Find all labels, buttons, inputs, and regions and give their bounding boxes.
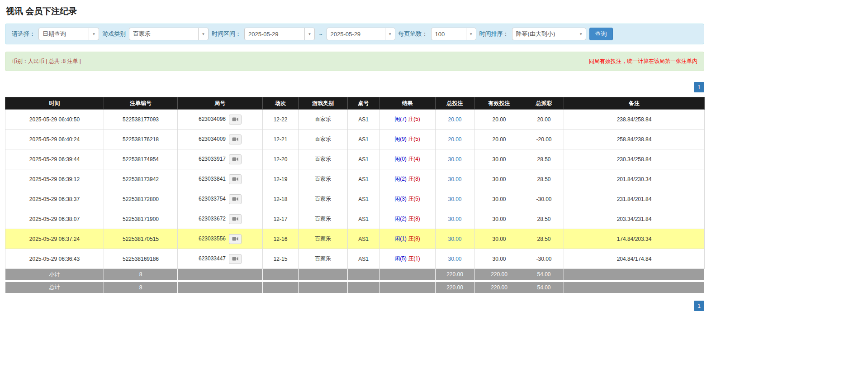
column-header: 有效投注: [474, 97, 524, 110]
video-replay-button[interactable]: [229, 174, 242, 184]
total-bet-link[interactable]: 20.00: [448, 136, 461, 143]
table-number-cell: AS1: [348, 169, 379, 189]
video-camera-icon: [232, 197, 238, 201]
payout-cell: 28.50: [524, 169, 564, 189]
valid-bet-cell: 20.00: [474, 110, 524, 129]
game-type-label: 游戏类别: [102, 30, 126, 38]
video-replay-button[interactable]: [229, 115, 242, 125]
total-bet-link[interactable]: 20.00: [448, 116, 461, 123]
date-to-select[interactable]: 2025-05-29 ▼: [327, 28, 395, 40]
round-id-value: 623033447: [199, 255, 226, 262]
page-1-button[interactable]: 1: [694, 82, 704, 92]
round-id-value: 623033754: [199, 196, 226, 202]
video-replay-button[interactable]: [229, 154, 242, 164]
total-bet-link[interactable]: 30.00: [448, 156, 461, 163]
sort-order-select[interactable]: 降幂(由大到小) ▼: [512, 28, 586, 40]
footer-empty-cell: [299, 281, 348, 293]
banker-result: 庄(5): [408, 136, 420, 142]
total-bet-link[interactable]: 30.00: [448, 216, 461, 222]
total-bet-link[interactable]: 30.00: [448, 236, 461, 242]
round-id-value: 623033556: [199, 235, 226, 242]
session-cell: 12-15: [263, 249, 299, 269]
footer-valid-bet-cell: 220.00: [474, 281, 524, 293]
column-header: 局号: [178, 97, 263, 110]
game-type-select[interactable]: 百家乐 ▼: [129, 28, 209, 40]
time-cell: 2025-05-29 06:36:43: [5, 249, 104, 269]
date-range-separator: ~: [318, 31, 323, 38]
footer-empty-cell: [348, 281, 379, 293]
query-type-select[interactable]: 日期查询 ▼: [38, 28, 99, 40]
game-type-cell: 百家乐: [299, 129, 348, 149]
summary-bar: 币别：人民币 | 总共 :8 注单 | 同局有效投注，统一计算在该局第一张注单内: [5, 52, 704, 71]
payout-cell: -30.00: [524, 249, 564, 269]
total-bet-cell: 30.00: [436, 189, 474, 209]
footer-empty-cell: [564, 269, 705, 281]
column-header: 备注: [564, 97, 705, 110]
total-bet-cell: 30.00: [436, 149, 474, 169]
round-id-cell: 623033917: [178, 149, 263, 169]
header-row: 时间注单编号局号场次游戏类别桌号结果总投注有效投注总派彩备注: [5, 97, 705, 110]
page-1-button[interactable]: 1: [694, 301, 704, 311]
valid-bet-cell: 30.00: [474, 249, 524, 269]
result-cell: 闲(0) 庄(4): [379, 149, 436, 169]
session-cell: 12-17: [263, 209, 299, 229]
table-number-cell: AS1: [348, 129, 379, 149]
result-cell: 闲(5) 庄(1): [379, 249, 436, 269]
per-page-select[interactable]: 100 ▼: [431, 28, 476, 40]
valid-bet-cell: 30.00: [474, 169, 524, 189]
banker-result: 庄(1): [408, 255, 420, 262]
banker-result: 庄(8): [408, 216, 420, 222]
footer-total-bet-cell: 220.00: [436, 281, 474, 293]
table-row: 2025-05-29 06:36:43522538169186623033447…: [5, 249, 705, 269]
video-replay-button[interactable]: [229, 134, 242, 144]
search-button[interactable]: 查询: [589, 28, 613, 40]
caret-down-icon: ▼: [304, 28, 314, 40]
table-number-cell: AS1: [348, 149, 379, 169]
query-type-value: 日期查询: [43, 30, 66, 38]
game-type-value: 百家乐: [133, 30, 151, 38]
sort-order-label: 时间排序：: [479, 30, 509, 38]
result-cell: 闲(2) 庄(8): [379, 169, 436, 189]
remark-cell: 203.34/231.84: [564, 209, 705, 229]
payout-cell: 28.50: [524, 209, 564, 229]
total-bet-cell: 30.00: [436, 169, 474, 189]
table-number-cell: AS1: [348, 110, 379, 129]
payout-cell: -20.00: [524, 129, 564, 149]
table-row: 2025-05-29 06:38:07522538171900623033672…: [5, 209, 705, 229]
table-header: 时间注单编号局号场次游戏类别桌号结果总投注有效投注总派彩备注: [5, 97, 705, 110]
valid-bet-cell: 20.00: [474, 129, 524, 149]
caret-down-icon: ▼: [385, 28, 395, 40]
video-replay-button[interactable]: [229, 254, 242, 264]
total-bet-link[interactable]: 30.00: [448, 256, 461, 262]
footer-count-cell: 8: [104, 269, 178, 281]
session-cell: 12-19: [263, 169, 299, 189]
date-from-select[interactable]: 2025-05-29 ▼: [244, 28, 315, 40]
total-bet-link[interactable]: 30.00: [448, 176, 461, 182]
remark-cell: 231.84/201.84: [564, 189, 705, 209]
total-bet-cell: 30.00: [436, 249, 474, 269]
payout-cell: 20.00: [524, 110, 564, 129]
footer-empty-cell: [379, 269, 436, 281]
valid-bet-cell: 30.00: [474, 149, 524, 169]
player-result: 闲(2): [394, 216, 407, 222]
table-row: 2025-05-29 06:39:44522538174954623033917…: [5, 149, 705, 169]
table-row: 2025-05-29 06:40:50522538177093623034096…: [5, 110, 705, 129]
total-bet-cell: 30.00: [436, 209, 474, 229]
bet-id-cell: 522538171900: [104, 209, 178, 229]
game-type-cell: 百家乐: [299, 149, 348, 169]
total-bet-link[interactable]: 30.00: [448, 196, 461, 202]
banker-result: 庄(5): [408, 196, 420, 202]
round-id-cell: 623034009: [178, 129, 263, 149]
video-replay-button[interactable]: [229, 194, 242, 204]
pagination-bottom: 1: [5, 301, 704, 311]
grand-total-row: 总计8220.00220.0054.00: [5, 281, 705, 293]
remark-cell: 174.84/203.34: [564, 229, 705, 249]
records-table: 时间注单编号局号场次游戏类别桌号结果总投注有效投注总派彩备注 2025-05-2…: [5, 97, 705, 293]
summary-currency-total: 币别：人民币 | 总共 :8 注单 |: [12, 58, 81, 65]
video-replay-button[interactable]: [229, 214, 242, 224]
video-replay-button[interactable]: [229, 234, 242, 244]
table-number-cell: AS1: [348, 189, 379, 209]
player-result: 闲(3): [394, 196, 407, 202]
player-result: 闲(7): [394, 116, 407, 122]
column-header: 结果: [379, 97, 436, 110]
